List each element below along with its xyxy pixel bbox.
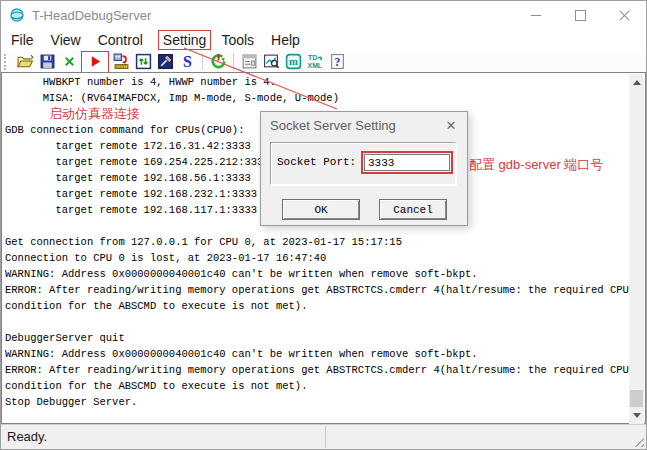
properties-button[interactable] — [238, 52, 260, 72]
memory-m-icon: m — [285, 53, 302, 70]
status-pane-divider — [325, 426, 326, 448]
open-button[interactable] — [14, 52, 36, 72]
maximize-button[interactable] — [558, 1, 602, 29]
svg-text:?: ? — [334, 56, 340, 69]
socket-server-setting-dialog: Socket Server Setting ✕ Socket Port: OK … — [260, 111, 468, 226]
minimize-icon — [531, 15, 541, 16]
log-line: WARNING: Address 0x0000000040001c40 can'… — [5, 266, 628, 282]
log-line: condition for the ABSCMD to execute is n… — [5, 298, 628, 314]
log-line: condition for the ABSCMD to execute is n… — [5, 378, 628, 394]
log-line: Connection to CPU 0 is lost, at 2023-01-… — [5, 250, 628, 266]
step-button[interactable]: S — [176, 52, 198, 72]
help-button[interactable]: ? — [326, 52, 348, 72]
maximize-icon — [575, 10, 586, 21]
open-folder-icon — [17, 53, 34, 70]
save-button[interactable] — [36, 52, 58, 72]
menu-view[interactable]: View — [49, 31, 83, 49]
dialog-title: Socket Server Setting — [270, 118, 396, 133]
dialog-title-bar[interactable]: Socket Server Setting — [261, 112, 467, 138]
trace-chart-icon — [263, 53, 280, 70]
log-line: DebuggerServer quit — [5, 330, 628, 346]
run-play-icon — [88, 54, 103, 69]
close-icon — [619, 10, 630, 21]
status-text: Ready. — [7, 429, 47, 444]
port-input-highlight-box — [361, 151, 453, 174]
log-line: ERROR: After reading/writing memory oper… — [5, 362, 628, 378]
help-icon: ? — [329, 53, 346, 70]
log-line: ERROR: After reading/writing memory oper… — [5, 282, 628, 298]
minimize-button[interactable] — [514, 1, 558, 29]
clear-x-icon — [61, 53, 78, 70]
xml-icon: TD XML — [307, 53, 324, 70]
restart-server-button[interactable] — [207, 52, 229, 72]
svg-text:S: S — [183, 53, 192, 70]
build-hammer-icon — [157, 53, 174, 70]
scroll-up-button[interactable] — [629, 74, 644, 91]
log-line: Get connection from 127.0.0.1 for CPU 0,… — [5, 234, 628, 250]
vertical-scrollbar[interactable] — [629, 74, 644, 424]
window-title: T-HeadDebugServer — [32, 8, 151, 23]
clear-button[interactable] — [58, 52, 80, 72]
title-bar: T-HeadDebugServer — [1, 1, 646, 29]
reset-arrows-icon — [135, 53, 152, 70]
app-window: T-HeadDebugServer File View Control Sett… — [0, 0, 647, 450]
trace-view-button[interactable] — [260, 52, 282, 72]
log-line — [5, 314, 628, 330]
log-line: WARNING: Address 0x0000000040001c40 can'… — [5, 346, 628, 362]
menu-file[interactable]: File — [9, 31, 36, 49]
svg-text:m: m — [289, 56, 298, 67]
menu-tools[interactable]: Tools — [219, 31, 256, 49]
status-bar: Ready. — [1, 424, 646, 449]
menu-control[interactable]: Control — [96, 31, 145, 49]
xml-config-button[interactable]: TD XML — [304, 52, 326, 72]
scroll-up-icon — [633, 80, 641, 85]
save-icon — [39, 53, 56, 70]
toolbar: S — [1, 51, 646, 72]
annotation-port-note: 配置 gdb-server 端口号 — [469, 156, 603, 174]
socket-port-label: Socket Port: — [277, 156, 356, 168]
properties-icon — [241, 53, 258, 70]
toolbar-separator — [202, 53, 203, 70]
svg-text:TD: TD — [308, 54, 317, 61]
close-button[interactable] — [602, 1, 646, 29]
scroll-down-icon — [633, 413, 641, 418]
svg-text:XML: XML — [307, 62, 322, 69]
cancel-button[interactable]: Cancel — [379, 199, 447, 220]
socket-port-input[interactable] — [364, 154, 450, 171]
scroll-down-button[interactable] — [629, 407, 644, 424]
resize-grip[interactable] — [631, 434, 644, 447]
log-line: Stop Debugger Server. — [5, 394, 628, 410]
log-line: MISA: (RV64IMAFDCX, Imp M-mode, S-mode, … — [5, 90, 628, 106]
toolbar-separator — [233, 53, 234, 70]
run-button[interactable] — [81, 51, 109, 73]
reset-button[interactable] — [132, 52, 154, 72]
memory-view-button[interactable]: m — [282, 52, 304, 72]
download-target-button[interactable] — [110, 52, 132, 72]
app-icon — [9, 7, 25, 23]
restart-icon — [210, 53, 227, 70]
dialog-close-button[interactable]: ✕ — [443, 117, 459, 133]
port-group-box: Socket Port: — [270, 142, 456, 185]
menu-bar: File View Control Setting Tools Help — [1, 29, 646, 51]
ok-button[interactable]: OK — [282, 199, 360, 220]
menu-help[interactable]: Help — [269, 31, 302, 49]
menu-setting[interactable]: Setting — [158, 30, 212, 50]
toolbar-grip[interactable] — [4, 54, 8, 70]
s-icon: S — [179, 53, 196, 70]
log-line: HWBKPT number is 4, HWWP number is 4. — [5, 74, 628, 90]
download-target-icon — [113, 53, 130, 70]
build-button[interactable] — [154, 52, 176, 72]
